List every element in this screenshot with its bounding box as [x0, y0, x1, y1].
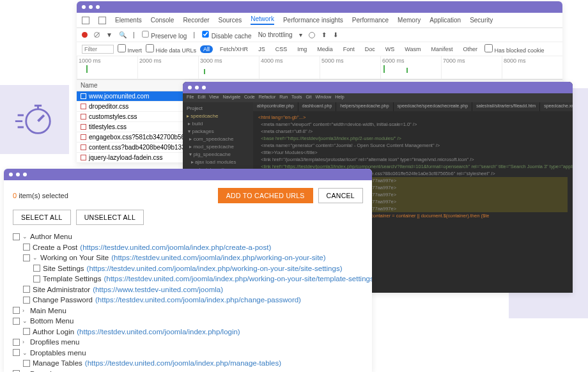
tab-sources[interactable]: Sources — [219, 17, 242, 24]
search-icon[interactable]: 🔍 — [119, 31, 127, 38]
menu-item[interactable]: File — [187, 95, 194, 101]
editor-tab[interactable]: dashboard.php — [298, 102, 337, 111]
cancel-button[interactable]: CANCEL — [318, 188, 363, 203]
checkbox-icon[interactable] — [23, 286, 30, 293]
type-pill[interactable]: Doc — [362, 45, 378, 53]
chevron-down-icon[interactable]: ⌄ — [22, 316, 27, 327]
tree-row[interactable]: Site Administrator (https://www.testdev-… — [23, 284, 363, 295]
tree-row[interactable]: Site Settings (https://testdev.united.co… — [33, 263, 363, 274]
traffic-light-icon[interactable] — [16, 173, 20, 176]
settings-icon[interactable] — [309, 32, 315, 38]
chevron-right-icon[interactable]: › — [22, 337, 27, 348]
menu-item[interactable]: Window — [315, 95, 331, 101]
tree-row[interactable]: ›Main Menu — [13, 306, 363, 316]
tree-row[interactable]: ›Dropfiles menu — [13, 337, 363, 348]
editor-tab[interactable]: speedcache.xml — [540, 102, 573, 111]
chevron-right-icon[interactable]: › — [22, 306, 27, 316]
type-pill-all[interactable]: All — [200, 45, 213, 53]
upload-icon[interactable]: ⬆ — [321, 31, 327, 38]
tab-perf-insights[interactable]: Performance insights — [283, 17, 343, 24]
tab-application[interactable]: Application — [429, 17, 461, 24]
checkbox-icon[interactable] — [13, 318, 20, 325]
tree-row[interactable]: Template Settings (https://testdev.unite… — [33, 274, 363, 284]
type-pill[interactable]: WS — [382, 45, 398, 53]
filter-icon[interactable]: ▼ — [106, 31, 112, 38]
tab-recorder[interactable]: Recorder — [183, 17, 209, 24]
checkbox-icon[interactable] — [13, 307, 20, 314]
disable-cache-checkbox[interactable]: Disable cache — [201, 30, 252, 40]
type-pill[interactable]: JS — [255, 45, 268, 53]
menu-item[interactable]: Run — [279, 95, 288, 101]
throttling-select[interactable]: No throttling — [258, 31, 293, 38]
menu-item[interactable]: Refactor — [259, 95, 275, 101]
traffic-light-icon[interactable] — [23, 173, 27, 176]
traffic-light-icon[interactable] — [195, 86, 199, 89]
menu-item[interactable]: Navigate — [222, 95, 240, 101]
editor-tab[interactable]: helpers/speedcache.php — [336, 102, 393, 111]
type-pill[interactable]: Img — [294, 45, 310, 53]
checkbox-icon[interactable] — [13, 233, 20, 240]
checkbox-icon[interactable] — [23, 254, 30, 261]
editor-tab[interactable]: speedcache/speedcachecreate.php — [394, 102, 473, 111]
clear-icon[interactable] — [94, 32, 100, 38]
preserve-log-checkbox[interactable]: Preserve log — [141, 30, 187, 40]
type-pill[interactable]: Wasm — [401, 45, 424, 53]
invert-checkbox[interactable]: Invert — [118, 44, 142, 54]
traffic-light-icon[interactable] — [9, 173, 13, 176]
type-pill[interactable]: Other — [460, 45, 481, 53]
tree-row[interactable]: Change Password (https://testdev.united.… — [23, 295, 363, 306]
traffic-light-icon[interactable] — [202, 86, 206, 89]
tab-memory[interactable]: Memory — [398, 17, 421, 24]
tree-row[interactable]: ⌄Droptables menu — [13, 348, 363, 359]
unselect-all-button[interactable]: UNSELECT ALL — [76, 210, 144, 225]
wifi-icon[interactable]: ▾ — [299, 31, 302, 38]
tab-network[interactable]: Network — [251, 15, 274, 25]
type-pill[interactable]: Font — [340, 45, 358, 53]
record-icon[interactable] — [82, 32, 88, 38]
editor-tab[interactable]: salestrail/sitrarters/fileadd.htm — [472, 102, 540, 111]
menu-item[interactable]: Tools — [291, 95, 302, 101]
tree-row[interactable]: Author Login (https://testdev.united.com… — [23, 327, 363, 337]
add-to-cached-button[interactable]: ADD TO CACHED URLS — [218, 188, 313, 203]
traffic-light-icon[interactable] — [96, 5, 100, 9]
tree-row[interactable]: ⌄Author Menu — [13, 231, 363, 242]
tab-console[interactable]: Console — [151, 17, 174, 24]
menu-item[interactable]: Help — [335, 95, 344, 101]
device-icon[interactable] — [98, 17, 106, 24]
type-pill[interactable]: Fetch/XHR — [217, 45, 251, 53]
checkbox-icon[interactable] — [13, 349, 20, 356]
select-all-button[interactable]: SELECT ALL — [13, 210, 71, 225]
traffic-light-icon[interactable] — [89, 5, 93, 9]
inspect-icon[interactable] — [82, 17, 89, 24]
download-icon[interactable]: ⬇ — [333, 31, 338, 38]
tree-row[interactable]: Create a Post (https://testdev.united.co… — [23, 242, 363, 253]
filter-input[interactable] — [82, 45, 114, 54]
checkbox-icon[interactable] — [23, 297, 30, 304]
traffic-light-icon[interactable] — [188, 86, 192, 89]
tab-security[interactable]: Security — [470, 17, 493, 24]
blocked-cookies-checkbox[interactable]: Has blocked cookie — [484, 44, 545, 54]
tree-row[interactable]: ⌄Working on Your Site (https://testdev.u… — [23, 252, 363, 263]
tab-elements[interactable]: Elements — [115, 17, 142, 24]
type-pill[interactable]: Manifest — [428, 45, 456, 53]
chevron-down-icon[interactable]: ⌄ — [22, 348, 27, 359]
chevron-down-icon[interactable]: ⌄ — [22, 231, 27, 242]
tree-row[interactable]: ⌄Bottom Menu — [13, 316, 363, 327]
menu-item[interactable]: Code — [244, 95, 255, 101]
type-pill[interactable]: CSS — [272, 45, 291, 53]
editor-tab[interactable]: abhpcontroller.php — [253, 102, 298, 111]
hide-data-urls-checkbox[interactable]: Hide data URLs — [146, 44, 196, 54]
checkbox-icon[interactable] — [23, 244, 30, 251]
devtools-timeline[interactable]: 1000 ms 2000 ms 3000 ms 4000 ms 5000 ms … — [77, 56, 562, 79]
chevron-down-icon[interactable]: ⌄ — [22, 369, 27, 373]
tree-row[interactable]: Manage Tables (https://testdev.united.co… — [23, 358, 363, 369]
checkbox-icon[interactable] — [33, 275, 40, 283]
menu-item[interactable]: View — [209, 95, 219, 101]
menu-item[interactable]: Edit — [197, 95, 205, 101]
type-pill[interactable]: Media — [314, 45, 336, 53]
tree-row[interactable]: ⌄Droppics menu — [13, 369, 363, 373]
checkbox-icon[interactable] — [33, 265, 40, 272]
checkbox-icon[interactable] — [23, 328, 30, 335]
traffic-light-icon[interactable] — [82, 5, 86, 9]
checkbox-icon[interactable] — [13, 339, 20, 346]
